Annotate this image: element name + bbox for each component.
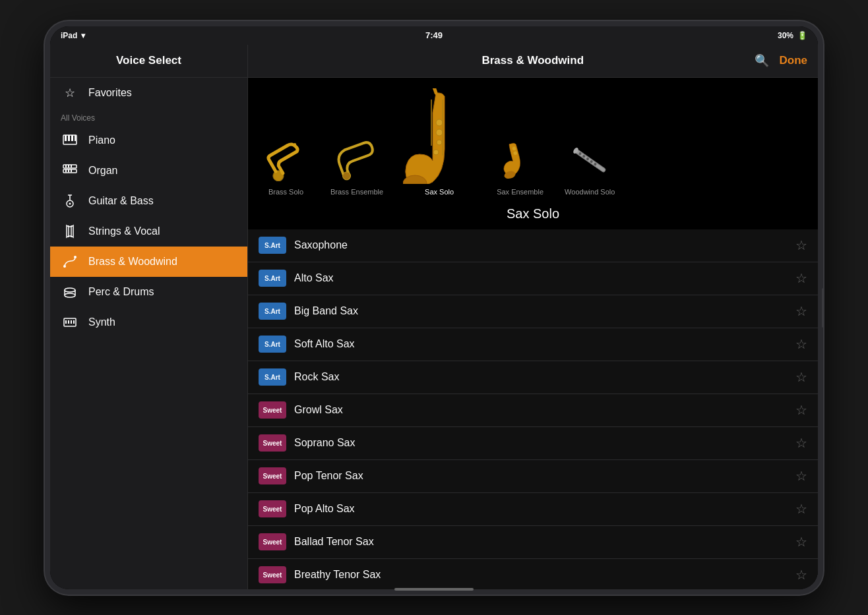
voice-badge: Sweet xyxy=(259,533,286,550)
category-sax-ensemble[interactable]: Sax Ensemble xyxy=(495,138,545,196)
category-sax-solo[interactable]: Sax Solo xyxy=(403,88,476,196)
voice-list[interactable]: S.ArtSaxophone☆S.ArtAlto Sax☆S.ArtBig Ba… xyxy=(248,229,818,589)
voice-item-soft-alto-sax[interactable]: S.ArtSoft Alto Sax☆ xyxy=(248,328,818,361)
voice-name: Growl Sax xyxy=(294,404,795,416)
sidebar-item-synth[interactable]: Synth xyxy=(50,307,247,337)
category-carousel: Brass Solo xyxy=(248,78,818,201)
voice-badge: S.Art xyxy=(259,237,286,254)
voice-favorite-star[interactable]: ☆ xyxy=(795,501,807,517)
main-content: Brass & Woodwind 🔍 Done xyxy=(248,45,818,589)
voice-item-growl-sax[interactable]: SweetGrowl Sax☆ xyxy=(248,394,818,427)
ipad-frame: iPad ▾ 7:49 30% 🔋 Voice Select ☆ Favorit… xyxy=(45,21,823,595)
favorites-icon: ☆ xyxy=(61,84,79,102)
category-brass-solo[interactable]: Brass Solo xyxy=(261,138,311,196)
voice-badge: Sweet xyxy=(259,467,286,484)
sidebar-section-header: All Voices xyxy=(50,108,247,125)
voice-name: Breathy Tenor Sax xyxy=(294,569,795,581)
voice-favorite-star[interactable]: ☆ xyxy=(795,336,807,352)
piano-label: Piano xyxy=(88,134,115,146)
voice-name: Saxophone xyxy=(294,239,795,251)
voice-name: Alto Sax xyxy=(294,272,795,284)
category-brass-ensemble[interactable]: Brass Ensemble xyxy=(330,138,383,196)
app-content: Voice Select ☆ Favorites All Voices xyxy=(50,45,818,589)
svg-point-35 xyxy=(437,140,442,145)
brass-ensemble-label: Brass Ensemble xyxy=(330,188,383,196)
voice-name: Pop Alto Sax xyxy=(294,503,795,515)
voice-item-pop-tenor-sax[interactable]: SweetPop Tenor Sax☆ xyxy=(248,460,818,493)
search-icon[interactable]: 🔍 xyxy=(755,53,769,68)
voice-favorite-star[interactable]: ☆ xyxy=(795,369,807,385)
sidebar-item-strings-vocal[interactable]: Strings & Vocal xyxy=(50,216,247,247)
battery-label: 30% xyxy=(778,31,793,40)
sax-ensemble-img xyxy=(495,138,545,184)
guitar-icon xyxy=(61,192,79,210)
sidebar-item-brass-woodwind[interactable]: Brass & Woodwind xyxy=(50,247,247,277)
sax-solo-img xyxy=(403,88,476,184)
svg-point-33 xyxy=(436,119,443,126)
status-right: 30% 🔋 xyxy=(778,31,807,40)
svg-rect-7 xyxy=(65,165,67,167)
voice-favorite-star[interactable]: ☆ xyxy=(795,435,807,451)
voice-favorite-star[interactable]: ☆ xyxy=(795,534,807,550)
sidebar-item-perc-drums[interactable]: Perc & Drums xyxy=(50,277,247,307)
voice-item-saxophone[interactable]: S.ArtSaxophone☆ xyxy=(248,229,818,262)
brass-solo-label: Brass Solo xyxy=(268,188,303,196)
sidebar: Voice Select ☆ Favorites All Voices xyxy=(50,45,248,589)
sax-solo-header: Sax Solo xyxy=(248,201,818,229)
woodwind-solo-label: Woodwind Solo xyxy=(565,188,615,196)
synth-icon xyxy=(61,313,79,332)
voice-item-ballad-tenor-sax[interactable]: SweetBallad Tenor Sax☆ xyxy=(248,526,818,559)
voice-badge: S.Art xyxy=(259,336,286,353)
svg-rect-27 xyxy=(68,320,69,324)
side-button xyxy=(822,288,824,328)
voice-item-rock-sax[interactable]: S.ArtRock Sax☆ xyxy=(248,361,818,394)
svg-rect-4 xyxy=(75,135,76,141)
voice-item-breathy-tenor-sax[interactable]: SweetBreathy Tenor Sax☆ xyxy=(248,559,818,589)
svg-rect-3 xyxy=(71,135,73,141)
voice-favorite-star[interactable]: ☆ xyxy=(795,237,807,253)
sax-solo-label: Sax Solo xyxy=(425,188,454,196)
voice-badge: S.Art xyxy=(259,303,286,320)
voice-item-alto-sax[interactable]: S.ArtAlto Sax☆ xyxy=(248,262,818,295)
ipad-screen: iPad ▾ 7:49 30% 🔋 Voice Select ☆ Favorit… xyxy=(50,26,818,589)
svg-point-24 xyxy=(65,293,75,297)
voice-favorite-star[interactable]: ☆ xyxy=(795,402,807,418)
home-indicator xyxy=(394,588,474,589)
sax-ensemble-label: Sax Ensemble xyxy=(497,188,543,196)
perc-drums-label: Perc & Drums xyxy=(88,286,154,298)
voice-name: Pop Tenor Sax xyxy=(294,470,795,482)
svg-rect-2 xyxy=(68,135,70,141)
svg-rect-1 xyxy=(65,135,67,141)
sidebar-item-favorites[interactable]: ☆ Favorites xyxy=(50,78,247,108)
done-button[interactable]: Done xyxy=(780,54,808,67)
woodwind-solo-img xyxy=(565,138,615,184)
voice-favorite-star[interactable]: ☆ xyxy=(795,567,807,583)
status-left: iPad ▾ xyxy=(61,31,85,40)
voice-favorite-star[interactable]: ☆ xyxy=(795,468,807,484)
voice-item-pop-alto-sax[interactable]: SweetPop Alto Sax☆ xyxy=(248,493,818,526)
voice-favorite-star[interactable]: ☆ xyxy=(795,270,807,286)
drums-icon xyxy=(61,283,79,301)
svg-point-19 xyxy=(74,256,77,258)
category-woodwind-solo[interactable]: Woodwind Solo xyxy=(565,138,615,196)
brass-solo-img xyxy=(261,138,311,184)
voice-item-soprano-sax[interactable]: SweetSoprano Sax☆ xyxy=(248,427,818,460)
strings-vocal-label: Strings & Vocal xyxy=(88,225,160,237)
voice-item-big-band-sax[interactable]: S.ArtBig Band Sax☆ xyxy=(248,295,818,328)
svg-rect-43 xyxy=(573,148,605,172)
device-label: iPad xyxy=(61,31,77,40)
voice-badge: Sweet xyxy=(259,500,286,517)
voice-name: Soft Alto Sax xyxy=(294,338,795,350)
voice-favorite-star[interactable]: ☆ xyxy=(795,303,807,319)
sidebar-header: Voice Select xyxy=(50,45,247,78)
voice-badge: Sweet xyxy=(259,401,286,419)
sidebar-item-organ[interactable]: Organ xyxy=(50,156,247,186)
battery-icon: 🔋 xyxy=(797,31,807,40)
sidebar-item-guitar-bass[interactable]: Guitar & Bass xyxy=(50,186,247,216)
main-header-title: Brass & Woodwind xyxy=(311,54,755,67)
wifi-icon: ▾ xyxy=(81,31,85,40)
favorites-label: Favorites xyxy=(88,87,132,99)
svg-point-30 xyxy=(271,168,286,181)
sidebar-item-piano[interactable]: Piano xyxy=(50,125,247,156)
synth-label: Synth xyxy=(88,316,115,328)
